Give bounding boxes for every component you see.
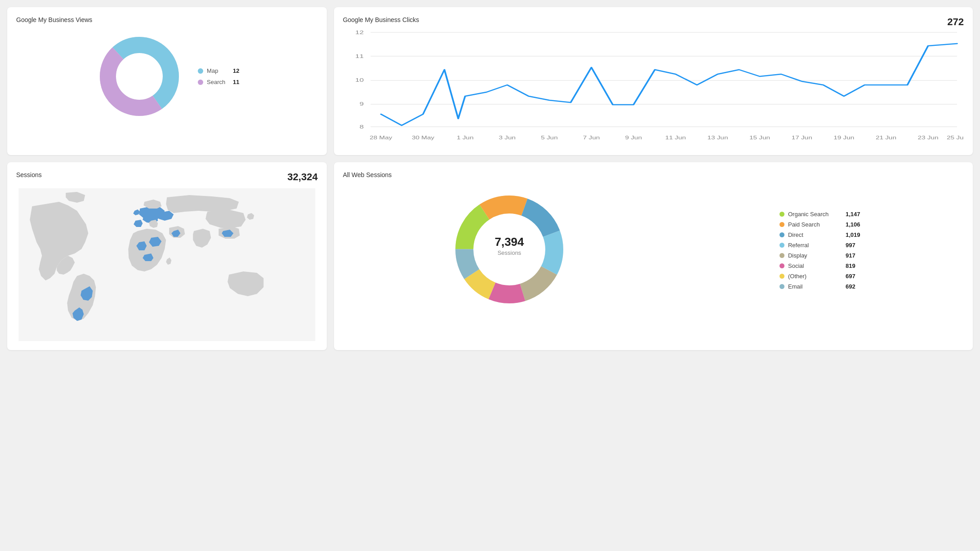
search-dot	[198, 80, 203, 85]
svg-text:19 Jun: 19 Jun	[833, 135, 854, 141]
map-dot	[198, 68, 203, 74]
svg-text:8: 8	[359, 124, 363, 129]
svg-text:17 Jun: 17 Jun	[791, 135, 812, 141]
legend-display: Display 917	[780, 252, 860, 259]
svg-point-3	[117, 54, 162, 99]
gmb-clicks-svg: 12 11 10 9 8 28 May 30 May 1 Jun 3 Jun 5…	[343, 28, 964, 145]
gmb-views-legend: Map 12 Search 11	[198, 67, 239, 85]
social-label: Social	[788, 262, 842, 269]
legend-other: (Other) 697	[780, 273, 860, 280]
other-value: 697	[846, 273, 855, 280]
svg-text:15 Jun: 15 Jun	[749, 135, 770, 141]
paid-search-value: 1,106	[846, 221, 860, 228]
sessions-header: Sessions 32,324	[16, 171, 318, 183]
svg-text:11 Jun: 11 Jun	[665, 135, 686, 141]
referral-value: 997	[846, 242, 855, 249]
svg-text:9: 9	[359, 101, 363, 107]
organic-search-value: 1,147	[846, 211, 860, 218]
gmb-views-title: Google My Business Views	[16, 16, 318, 23]
gmb-clicks-title: Google My Business Clicks	[343, 16, 964, 23]
legend-social: Social 819	[780, 262, 860, 269]
gmb-views-donut-svg	[94, 31, 184, 121]
other-dot	[780, 274, 784, 279]
email-value: 692	[846, 283, 855, 290]
legend-organic-search: Organic Search 1,147	[780, 211, 860, 218]
search-label: Search	[207, 79, 229, 85]
social-value: 819	[846, 262, 855, 269]
svg-text:13 Jun: 13 Jun	[707, 135, 728, 141]
display-dot	[780, 253, 784, 258]
referral-dot	[780, 243, 784, 248]
legend-direct: Direct 1,019	[780, 231, 860, 238]
svg-text:5 Jun: 5 Jun	[541, 135, 558, 141]
display-label: Display	[788, 252, 842, 259]
web-sessions-donut-container: 7,394 Sessions	[446, 187, 572, 314]
svg-text:12: 12	[355, 30, 364, 35]
legend-item-search: Search 11	[198, 79, 239, 85]
email-label: Email	[788, 283, 842, 290]
world-map-container	[16, 188, 318, 341]
svg-text:21 Jun: 21 Jun	[876, 135, 896, 141]
gmb-clicks-card: Google My Business Clicks 272 12 11 10 9…	[334, 7, 973, 155]
sessions-total: 32,324	[287, 171, 317, 183]
gmb-clicks-chart: 12 11 10 9 8 28 May 30 May 1 Jun 3 Jun 5…	[343, 27, 964, 146]
svg-text:1 Jun: 1 Jun	[457, 135, 474, 141]
paid-search-label: Paid Search	[788, 221, 842, 228]
svg-text:28 May: 28 May	[370, 135, 392, 141]
web-sessions-donut-svg: 7,394 Sessions	[446, 187, 572, 312]
legend-paid-search: Paid Search 1,106	[780, 221, 860, 228]
paid-search-dot	[780, 222, 784, 227]
direct-label: Direct	[788, 231, 842, 238]
world-map-svg	[16, 188, 318, 341]
svg-text:11: 11	[355, 53, 364, 59]
map-label: Map	[207, 67, 229, 74]
legend-item-map: Map 12	[198, 67, 239, 74]
svg-text:3 Jun: 3 Jun	[499, 135, 516, 141]
referral-label: Referral	[788, 242, 842, 249]
svg-text:25 Jun: 25 Jun	[947, 135, 964, 141]
sessions-card: Sessions 32,324	[7, 162, 327, 350]
svg-text:9 Jun: 9 Jun	[625, 135, 642, 141]
other-label: (Other)	[788, 273, 842, 280]
svg-text:Sessions: Sessions	[498, 249, 521, 256]
map-value: 12	[233, 67, 239, 74]
web-sessions-title: All Web Sessions	[343, 171, 964, 178]
organic-search-label: Organic Search	[788, 211, 842, 218]
svg-text:7 Jun: 7 Jun	[583, 135, 600, 141]
sessions-title: Sessions	[16, 171, 42, 178]
web-sessions-content: 7,394 Sessions Organic Search 1,147 Paid…	[343, 182, 964, 314]
legend-email: Email 692	[780, 283, 860, 290]
gmb-clicks-total: 272	[947, 16, 964, 28]
web-sessions-legend: Organic Search 1,147 Paid Search 1,106 D…	[780, 211, 860, 290]
email-dot	[780, 284, 784, 289]
svg-text:7,394: 7,394	[495, 235, 525, 249]
gmb-views-card: Google My Business Views Map 12	[7, 7, 327, 155]
legend-referral: Referral 997	[780, 242, 860, 249]
svg-text:10: 10	[355, 77, 364, 83]
direct-dot	[780, 232, 784, 237]
svg-text:23 Jun: 23 Jun	[918, 135, 938, 141]
organic-search-dot	[780, 212, 784, 217]
social-dot	[780, 263, 784, 268]
dashboard: Google My Business Views Map 12	[7, 7, 973, 350]
direct-value: 1,019	[846, 231, 860, 238]
search-value: 11	[233, 79, 239, 85]
gmb-views-chart: Map 12 Search 11	[16, 27, 318, 126]
display-value: 917	[846, 252, 855, 259]
web-sessions-card: All Web Sessions	[334, 162, 973, 350]
svg-text:30 May: 30 May	[412, 135, 435, 141]
